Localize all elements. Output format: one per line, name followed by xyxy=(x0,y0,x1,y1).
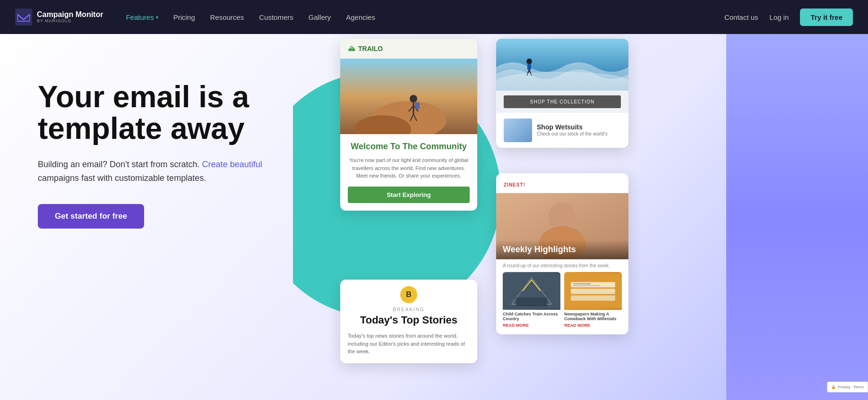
recaptcha-label: Privacy · Terms xyxy=(838,385,864,389)
nav-gallery[interactable]: Gallery xyxy=(309,13,331,21)
wetsuits-hero-image xyxy=(496,39,628,91)
nav-login[interactable]: Log in xyxy=(770,13,789,21)
trailo-heading: Welcome To The Community xyxy=(348,142,470,152)
zinest-read-more-2[interactable]: READ MORE xyxy=(564,323,622,328)
zinest-read-more-1[interactable]: READ MORE xyxy=(503,323,560,328)
svg-rect-29 xyxy=(573,285,600,286)
news-title: Today's Top Stories xyxy=(340,314,477,332)
nav-resources[interactable]: Resources xyxy=(210,13,244,21)
wave-overlay xyxy=(496,72,628,91)
zinest-tagline: A round-up of our interesting stories fr… xyxy=(496,259,628,272)
svg-point-4 xyxy=(410,95,417,102)
zinest-caption-2: Newspapers Making A Comeback With Millen… xyxy=(564,310,622,323)
mountain-icon: ⛰ xyxy=(348,44,355,53)
hero-right: ⛰ TRAILO xyxy=(293,34,868,400)
wetsuit-product-image xyxy=(504,119,532,142)
nav-links: Features ▾ Pricing Resources Customers G… xyxy=(126,13,724,21)
zinest-item-1: Child Catches Train Across Country READ … xyxy=(503,272,560,328)
zinest-image-1 xyxy=(503,272,560,310)
hero-title: Your email is a template away xyxy=(38,81,265,145)
wetsuit-product-text: Shop Wetsuits Check out our stock of the… xyxy=(537,123,608,137)
hero-section: Your email is a template away Building a… xyxy=(0,34,868,400)
hero-left: Your email is a template away Building a… xyxy=(0,34,293,257)
zinest-image-2 xyxy=(564,272,622,310)
zinest-header: ZINEST! xyxy=(496,173,628,193)
try-it-free-button[interactable]: Try it free xyxy=(800,9,853,26)
trailo-logo: ⛰ TRAILO xyxy=(348,44,383,53)
svg-rect-28 xyxy=(573,283,591,284)
wetsuit-product-title: Shop Wetsuits xyxy=(537,123,608,131)
trailo-body: Welcome To The Community You're now part… xyxy=(340,134,477,211)
wetsuit-product-desc: Check out our stock of the world's xyxy=(537,131,608,137)
chevron-down-icon: ▾ xyxy=(156,15,158,20)
news-text: Today's top news stories from around the… xyxy=(340,332,477,363)
zinest-item-2: Newspapers Making A Comeback With Millen… xyxy=(564,272,622,328)
nav-features[interactable]: Features ▾ xyxy=(126,13,158,21)
svg-rect-26 xyxy=(571,289,615,294)
wetsuits-email-card: SHOP THE COLLECTION Shop Wetsuits Check … xyxy=(496,39,628,148)
svg-rect-13 xyxy=(527,64,531,70)
zinest-hero-image: Weekly Highlights xyxy=(496,193,628,259)
recaptcha-icon: 🔒 xyxy=(831,385,836,389)
zinest-email-card: ZINEST! xyxy=(496,173,628,334)
recaptcha-badge: 🔒 Privacy · Terms xyxy=(827,382,868,392)
trailo-header: ⛰ TRAILO xyxy=(340,39,477,59)
brand-sub: by MARIGOLD xyxy=(37,19,103,24)
wetsuits-product-row: Shop Wetsuits Check out our stock of the… xyxy=(496,113,628,148)
hero-link[interactable]: Create beautiful xyxy=(202,160,262,169)
navigation: Campaign Monitor by MARIGOLD Features ▾ … xyxy=(0,0,868,34)
zinest-hero-overlay: Weekly Highlights xyxy=(496,240,628,259)
trailo-image xyxy=(340,59,477,134)
zinest-logo: ZINEST! xyxy=(504,179,621,189)
shop-collection-button[interactable]: SHOP THE COLLECTION xyxy=(504,95,621,108)
nav-customers[interactable]: Customers xyxy=(259,13,293,21)
svg-rect-23 xyxy=(516,298,547,306)
nav-agencies[interactable]: Agencies xyxy=(346,13,375,21)
trailo-text: You're now part of our tight knit commun… xyxy=(348,156,470,180)
wetsuits-btn-row: SHOP THE COLLECTION xyxy=(496,91,628,113)
news-badge: B xyxy=(400,286,417,303)
email-cards: ⛰ TRAILO xyxy=(293,34,868,400)
svg-rect-10 xyxy=(415,102,420,109)
zinest-caption-1: Child Catches Train Across Country xyxy=(503,310,560,323)
nav-right: Contact us Log in Try it free xyxy=(724,9,853,26)
start-exploring-button[interactable]: Start Exploring xyxy=(348,187,470,203)
brand-name: Campaign Monitor xyxy=(37,10,103,19)
nav-pricing[interactable]: Pricing xyxy=(173,13,195,21)
hero-subtitle: Building an email? Don't start from scra… xyxy=(38,158,265,185)
svg-rect-25 xyxy=(571,282,615,287)
svg-rect-27 xyxy=(571,295,615,300)
news-email-card: B BREAKING Today's Top Stories Today's t… xyxy=(340,280,477,363)
get-started-button[interactable]: Get started for free xyxy=(38,204,144,229)
zinest-grid: Child Catches Train Across Country READ … xyxy=(496,272,628,334)
nav-contact[interactable]: Contact us xyxy=(724,13,758,21)
zinest-hero-label: Weekly Highlights xyxy=(503,245,622,255)
logo[interactable]: Campaign Monitor by MARIGOLD xyxy=(15,9,103,26)
news-breaking-label: BREAKING xyxy=(340,303,477,314)
svg-point-12 xyxy=(526,59,532,64)
trailo-email-card: ⛰ TRAILO xyxy=(340,39,477,211)
